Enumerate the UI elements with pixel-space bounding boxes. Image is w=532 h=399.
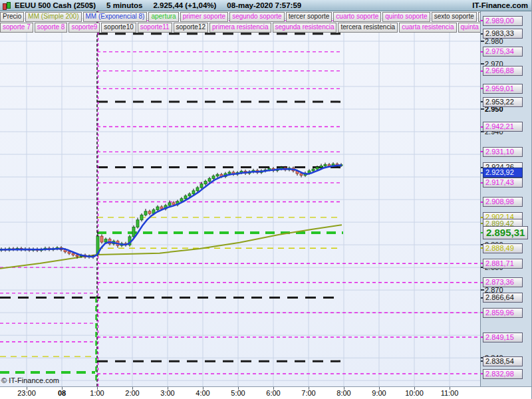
title-bar: EEUU 500 Cash (250$) 5 minutos 2.925,44 … [0, 0, 532, 11]
legend-item[interactable]: soporte 8 [35, 23, 68, 33]
time-label: 08 [58, 389, 66, 397]
session-separator [96, 11, 98, 386]
instrument-name: EEUU 500 Cash (250$) [15, 1, 96, 9]
legend-item-stub[interactable] [478, 12, 480, 22]
legend-row: PrecioMM (Simple 200)MM (Exponencial 8)a… [0, 12, 480, 22]
legend-item[interactable]: Precio [0, 12, 24, 22]
price-label: 2.881,71 [483, 259, 523, 269]
price-label: 2.908,98 [483, 197, 523, 207]
legend-item[interactable]: primer soporte [180, 12, 228, 22]
legend-item[interactable]: soporte 7 [0, 23, 33, 33]
time-label: 5:00 [231, 389, 245, 397]
time-label: 8:00 [336, 389, 350, 397]
price-label: 2.953,22 [483, 97, 523, 107]
price-label: 2.859,96 [483, 308, 523, 318]
price-axis[interactable]: 2.9802.9702.9502.9402.8902.8802.8702.840… [480, 11, 532, 386]
legend-item[interactable]: cuarta resistencia [399, 23, 456, 33]
time-label: 6:00 [266, 389, 280, 397]
price-label: 2.989,00 [483, 16, 523, 26]
time-label: 10:00 [405, 389, 424, 397]
legend-item[interactable]: soporte9 [68, 23, 100, 33]
legend-item[interactable]: quinta resistencia [458, 23, 480, 33]
legend-item[interactable]: apertura [148, 12, 178, 22]
legend-item[interactable]: soporte11 [138, 23, 172, 33]
time-label: 9:00 [372, 389, 386, 397]
time-label: 1:00 [90, 389, 104, 397]
price-label: 2.895,31 [483, 226, 528, 239]
legend-item[interactable]: soporte12 [174, 23, 208, 33]
legend-item[interactable]: MM (Exponencial 8) [83, 12, 148, 22]
legend-item[interactable]: soporte10 [101, 23, 136, 33]
last-price-change: 2.925,44 (+1,04%) [153, 1, 216, 9]
legend-row: soporte 7soporte 8soporte9soporte10sopor… [0, 23, 480, 33]
price-label: 2.942,21 [483, 122, 523, 132]
grid-lines [0, 11, 480, 386]
legend-item[interactable]: cuarto soporte [333, 12, 381, 22]
price-label: 2.866,64 [483, 293, 523, 303]
price-tick [481, 63, 484, 65]
price-label: 2.832,98 [483, 369, 523, 379]
legend-item[interactable]: tercer soporte [286, 12, 332, 22]
copyright-label: © IT-Finance.com [1, 376, 59, 384]
price-label: 2.849,15 [483, 332, 523, 342]
price-label: 2.888,49 [483, 243, 523, 253]
price-tick [481, 41, 484, 42]
price-label: 2.923,92 [483, 168, 523, 178]
current-datetime: 08-may-2020 7:57:59 [227, 1, 301, 9]
brand-label: IT-Finance.com [472, 1, 528, 9]
time-label: 3:00 [160, 389, 174, 397]
ema8-line [0, 165, 342, 257]
legend-item[interactable]: segundo soporte [229, 12, 285, 22]
legend-item[interactable]: primera resistencia [209, 23, 271, 33]
chart-window: EEUU 500 Cash (250$) 5 minutos 2.925,44 … [0, 0, 532, 399]
timeframe-label: 5 minutos [106, 1, 142, 9]
time-label: 23:00 [17, 389, 36, 397]
price-tick [481, 108, 484, 110]
time-label: 11:00 [441, 389, 459, 397]
legend-item[interactable]: sexto soporte [432, 12, 477, 22]
legend-item[interactable]: segunda resistencia [273, 23, 337, 33]
price-label: 2.931,10 [483, 147, 523, 157]
price-label: 2.966,88 [483, 66, 523, 76]
chart-area[interactable]: PrecioMM (Simple 200)MM (Exponencial 8)a… [0, 11, 480, 386]
time-label: 2:00 [125, 389, 139, 397]
price-label: 2.873,36 [483, 277, 523, 287]
price-label: 2.917,43 [483, 178, 523, 188]
indicator-legend: PrecioMM (Simple 200)MM (Exponencial 8)a… [0, 12, 480, 33]
price-label: 2.838,54 [483, 356, 523, 366]
price-chart[interactable] [0, 11, 480, 386]
time-label: 7:00 [301, 389, 315, 397]
legend-item[interactable]: tercera resistencia [338, 23, 398, 33]
price-label: 2.959,01 [483, 84, 523, 94]
time-label: 4:00 [196, 389, 209, 397]
candlestick-icon [2, 1, 11, 10]
price-label: 2.975,34 [483, 47, 523, 57]
price-label: 2.983,33 [483, 29, 523, 39]
legend-item[interactable]: quinto soporte [382, 12, 430, 22]
price-tick [481, 289, 484, 291]
sma200-line [0, 225, 342, 269]
legend-item[interactable]: MM (Simple 200) [25, 12, 81, 22]
time-axis[interactable]: 23:00081:002:003:004:005:006:007:008:009… [0, 386, 532, 399]
level-lines [0, 21, 480, 374]
